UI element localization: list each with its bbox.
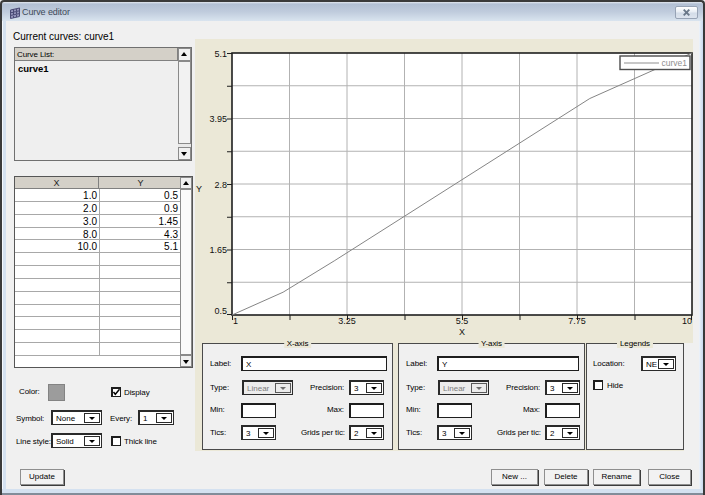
- svg-text:5.5: 5.5: [456, 316, 469, 326]
- svg-text:curve1: curve1: [661, 58, 687, 68]
- svg-text:1: 1: [233, 316, 238, 326]
- svg-text:0.5: 0.5: [214, 306, 227, 316]
- svg-text:X: X: [459, 327, 465, 337]
- svg-text:3.25: 3.25: [338, 316, 356, 326]
- svg-text:Y: Y: [196, 184, 202, 194]
- svg-text:7.75: 7.75: [568, 316, 586, 326]
- svg-text:5.1: 5.1: [214, 49, 227, 59]
- svg-text:1.65: 1.65: [209, 245, 227, 255]
- svg-text:3.95: 3.95: [209, 114, 227, 124]
- svg-text:2.8: 2.8: [214, 180, 227, 190]
- svg-text:10: 10: [682, 316, 692, 326]
